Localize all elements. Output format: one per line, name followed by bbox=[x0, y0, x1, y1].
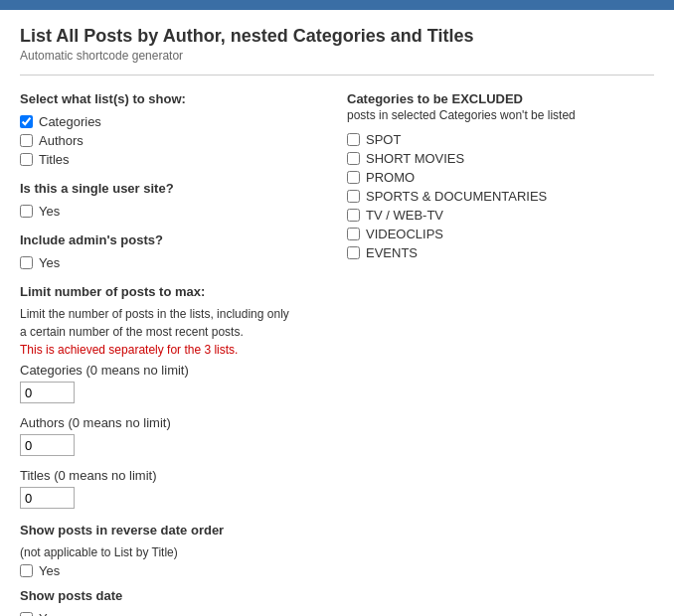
divider bbox=[20, 75, 654, 76]
checkbox-authors: Authors bbox=[20, 133, 327, 148]
excluded-cat-label: VIDEOCLIPS bbox=[366, 227, 443, 241]
reverse-order-section: Show posts in reverse date order (not ap… bbox=[20, 523, 327, 578]
single-user-label: Is this a single user site? bbox=[20, 181, 327, 196]
show-date-yes-label: Yes bbox=[39, 611, 60, 616]
excluded-cat-label: SPOT bbox=[366, 132, 401, 147]
select-list-label: Select what list(s) to show: bbox=[20, 91, 327, 106]
excluded-cat-label: TV / WEB-TV bbox=[366, 208, 443, 223]
reverse-order-checkbox[interactable] bbox=[20, 564, 33, 577]
excluded-cat-checkbox[interactable] bbox=[347, 133, 360, 146]
show-date-checkbox[interactable] bbox=[20, 612, 33, 616]
top-bar bbox=[0, 0, 674, 10]
excluded-cat-checkbox[interactable] bbox=[347, 246, 360, 259]
include-admin-checkbox[interactable] bbox=[20, 256, 33, 269]
reverse-order-sub: (not applicable to List by Title) bbox=[20, 545, 327, 559]
authors-limit-input[interactable] bbox=[20, 434, 75, 456]
titles-limit-input[interactable] bbox=[20, 487, 75, 509]
excluded-cat-label: PROMO bbox=[366, 170, 415, 185]
excluded-cat-item: SPORTS & DOCUMENTARIES bbox=[347, 189, 654, 204]
right-column: Categories to be EXCLUDED posts in selec… bbox=[347, 91, 654, 616]
excluded-cat-item: PROMO bbox=[347, 170, 654, 185]
main-content: Select what list(s) to show: Categories … bbox=[20, 91, 654, 616]
show-date-section: Show posts date Yes bbox=[20, 588, 327, 616]
excluded-categories-list: SPOTSHORT MOVIESPROMOSPORTS & DOCUMENTAR… bbox=[347, 132, 654, 260]
select-list-section: Select what list(s) to show: Categories … bbox=[20, 91, 327, 167]
limit-section: Limit number of posts to max: Limit the … bbox=[20, 284, 327, 509]
reverse-order-yes-label: Yes bbox=[39, 563, 60, 578]
excluded-cat-item: TV / WEB-TV bbox=[347, 208, 654, 223]
excluded-title: Categories to be EXCLUDED bbox=[347, 91, 654, 106]
checkbox-titles: Titles bbox=[20, 152, 327, 167]
single-user-section: Is this a single user site? Yes bbox=[20, 181, 327, 219]
excluded-cat-label: SHORT MOVIES bbox=[366, 151, 464, 166]
titles-limit-label: Titles (0 means no limit) bbox=[20, 468, 327, 483]
excluded-cat-item: EVENTS bbox=[347, 245, 654, 260]
include-admin-label: Include admin's posts? bbox=[20, 232, 327, 247]
excluded-cat-label: SPORTS & DOCUMENTARIES bbox=[366, 189, 547, 204]
titles-label: Titles bbox=[39, 152, 70, 167]
authors-limit-wrapper bbox=[20, 434, 327, 456]
excluded-cat-checkbox[interactable] bbox=[347, 152, 360, 165]
page-subtitle: Automatic shortcode generator bbox=[20, 49, 654, 63]
single-user-yes-label: Yes bbox=[39, 204, 60, 219]
single-user-checkbox[interactable] bbox=[20, 205, 33, 218]
authors-limit-label: Authors (0 means no limit) bbox=[20, 415, 327, 430]
page-title: List All Posts by Author, nested Categor… bbox=[20, 26, 654, 47]
reverse-order-label: Show posts in reverse date order bbox=[20, 523, 327, 538]
excluded-cat-checkbox[interactable] bbox=[347, 209, 360, 222]
categories-label: Categories bbox=[39, 114, 101, 129]
left-column: Select what list(s) to show: Categories … bbox=[20, 91, 327, 616]
excluded-subtitle: posts in selected Categories won't be li… bbox=[347, 108, 654, 122]
show-date-checkbox-item: Yes bbox=[20, 611, 327, 616]
excluded-cat-item: VIDEOCLIPS bbox=[347, 227, 654, 241]
categories-checkbox[interactable] bbox=[20, 115, 33, 128]
excluded-cat-checkbox[interactable] bbox=[347, 228, 360, 240]
include-admin-section: Include admin's posts? Yes bbox=[20, 232, 327, 270]
excluded-cat-item: SPOT bbox=[347, 132, 654, 147]
show-date-label: Show posts date bbox=[20, 588, 327, 603]
categories-limit-label: Categories (0 means no limit) bbox=[20, 363, 327, 378]
excluded-cat-item: SHORT MOVIES bbox=[347, 151, 654, 166]
titles-limit-wrapper bbox=[20, 487, 327, 509]
page-wrapper: List All Posts by Author, nested Categor… bbox=[0, 10, 674, 616]
authors-label: Authors bbox=[39, 133, 84, 148]
excluded-cat-checkbox[interactable] bbox=[347, 171, 360, 184]
single-user-checkbox-item: Yes bbox=[20, 204, 327, 219]
titles-checkbox[interactable] bbox=[20, 153, 33, 166]
categories-limit-wrapper bbox=[20, 382, 327, 403]
include-admin-yes-label: Yes bbox=[39, 255, 60, 270]
include-admin-checkbox-item: Yes bbox=[20, 255, 327, 270]
limit-info-2: a certain number of the most recent post… bbox=[20, 325, 327, 339]
categories-limit-input[interactable] bbox=[20, 382, 75, 403]
limit-warning: This is achieved separately for the 3 li… bbox=[20, 343, 327, 357]
checkbox-categories: Categories bbox=[20, 114, 327, 129]
limit-label: Limit number of posts to max: bbox=[20, 284, 327, 299]
limit-info-1: Limit the number of posts in the lists, … bbox=[20, 307, 327, 321]
excluded-cat-checkbox[interactable] bbox=[347, 190, 360, 203]
authors-checkbox[interactable] bbox=[20, 134, 33, 147]
reverse-order-checkbox-item: Yes bbox=[20, 563, 327, 578]
excluded-cat-label: EVENTS bbox=[366, 245, 418, 260]
